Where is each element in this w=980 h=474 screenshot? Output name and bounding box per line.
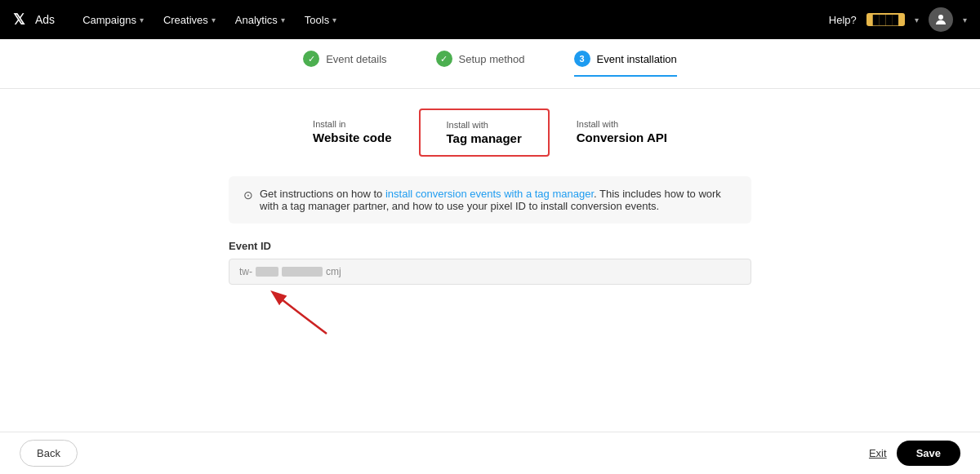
account-chevron-icon: ▾	[915, 16, 919, 24]
nav-right: Help? ████ ▾ ▾	[829, 7, 967, 32]
info-box: ⊙ Get instructions on how to install con…	[229, 176, 751, 224]
creatives-chevron-icon: ▾	[212, 16, 216, 24]
step2-label: Setup method	[459, 53, 525, 65]
red-arrow-svg	[229, 285, 392, 342]
info-icon: ⊙	[243, 188, 253, 202]
steps-bar: ✓ Event details ✓ Setup method 3 Event i…	[0, 39, 980, 89]
install-website-code-name: Website code	[313, 131, 391, 144]
bottom-bar: Back Exit Save	[0, 432, 980, 474]
install-website-code-label: Install in	[313, 119, 391, 129]
top-navigation: 𝕏 Ads Campaigns ▾ Creatives ▾ Analytics …	[0, 0, 980, 39]
annotation-arrow-container	[229, 285, 751, 342]
nav-left: 𝕏 Ads Campaigns ▾ Creatives ▾ Analytics …	[13, 9, 345, 31]
analytics-menu[interactable]: Analytics ▾	[227, 9, 293, 31]
avatar[interactable]	[929, 7, 953, 32]
install-options: Install in Website code Install with Tag…	[286, 109, 694, 157]
campaigns-chevron-icon: ▾	[140, 16, 144, 24]
install-website-code[interactable]: Install in Website code	[286, 109, 418, 157]
analytics-chevron-icon: ▾	[281, 16, 285, 24]
x-logo: 𝕏	[13, 11, 25, 29]
step3-label: Event installation	[597, 53, 677, 65]
tools-menu[interactable]: Tools ▾	[296, 9, 345, 31]
step-event-details[interactable]: ✓ Event details	[303, 51, 386, 77]
event-id-field: tw- cmj	[229, 259, 751, 285]
info-link[interactable]: install conversion events with a tag man…	[385, 188, 594, 200]
install-conversion-api[interactable]: Install with Conversion API	[550, 109, 694, 157]
event-id-blur1	[256, 267, 278, 277]
back-button[interactable]: Back	[20, 440, 78, 467]
bottom-right: Exit Save	[869, 441, 960, 466]
info-text-before: Get instructions on how to	[260, 188, 385, 200]
event-id-blur2	[282, 267, 323, 277]
svg-point-0	[938, 15, 943, 20]
event-id-prefix: tw-	[239, 266, 252, 277]
account-badge[interactable]: ████	[866, 13, 905, 26]
avatar-chevron-icon: ▾	[963, 16, 967, 24]
tools-chevron-icon: ▾	[332, 16, 336, 24]
main-content: Install in Website code Install with Tag…	[0, 89, 980, 361]
step1-circle: ✓	[303, 51, 319, 67]
step1-label: Event details	[326, 53, 386, 65]
step-setup-method[interactable]: ✓ Setup method	[436, 51, 525, 77]
exit-button[interactable]: Exit	[869, 447, 887, 459]
save-button[interactable]: Save	[897, 441, 960, 466]
event-id-section: Event ID tw- cmj	[229, 240, 751, 285]
install-tag-manager-label: Install with	[447, 120, 522, 130]
creatives-menu[interactable]: Creatives ▾	[155, 9, 224, 31]
install-tag-manager-name: Tag manager	[447, 131, 522, 145]
step3-circle: 3	[574, 51, 590, 67]
event-id-suffix: cmj	[326, 266, 341, 277]
help-text: Help?	[829, 14, 857, 26]
event-id-label: Event ID	[229, 240, 751, 252]
ads-label: Ads	[35, 13, 55, 26]
info-text: Get instructions on how to install conve…	[260, 188, 737, 212]
step-event-installation[interactable]: 3 Event installation	[574, 51, 677, 77]
install-tag-manager[interactable]: Install with Tag manager	[419, 109, 550, 157]
campaigns-menu[interactable]: Campaigns ▾	[74, 9, 152, 31]
install-conversion-api-name: Conversion API	[577, 131, 667, 144]
install-conversion-api-label: Install with	[577, 119, 667, 129]
step2-circle: ✓	[436, 51, 452, 67]
